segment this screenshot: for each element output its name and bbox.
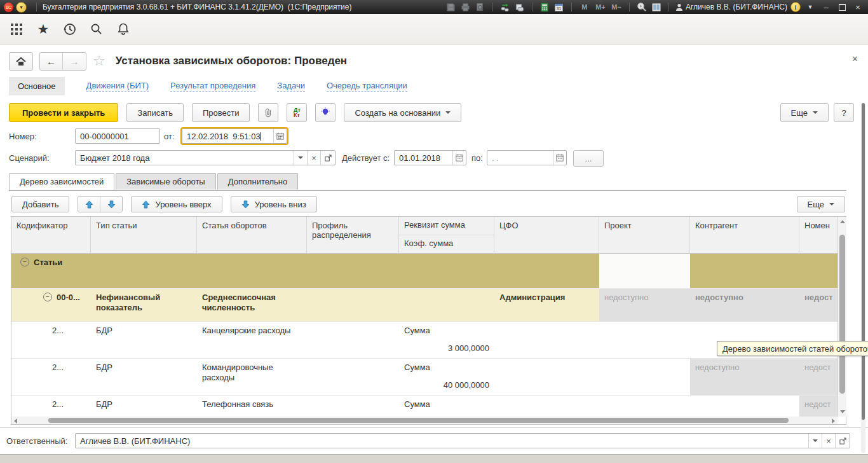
home-button[interactable] <box>9 52 33 71</box>
main-menu-button[interactable]: ▼ <box>16 2 27 13</box>
help-button[interactable]: ? <box>834 103 854 122</box>
scroll-down-icon[interactable] <box>840 410 845 413</box>
nav-link-movements[interactable]: Движения (БИТ) <box>86 81 149 92</box>
scroll-up-icon[interactable] <box>840 220 845 223</box>
back-button[interactable]: ← <box>40 53 63 70</box>
table-row-stationery[interactable]: 2... БДР Канцелярские расходы Сумма 3 00… <box>11 322 837 359</box>
valid-from-input[interactable]: 01.01.2018 <box>394 150 466 165</box>
table-row-group-articles[interactable]: − Статьи <box>11 254 837 289</box>
favorite-star-icon[interactable]: ☆ <box>93 53 105 69</box>
collapse-icon[interactable]: − <box>20 258 29 266</box>
favorites-icon[interactable]: ★ <box>36 22 51 37</box>
table-horizontal-scrollbar[interactable] <box>11 417 837 424</box>
print-preview-icon[interactable] <box>475 2 486 12</box>
nav-link-tasks[interactable]: Задачи <box>277 81 305 92</box>
calculator-icon[interactable] <box>539 2 550 12</box>
close-window-button[interactable]: × <box>851 2 864 12</box>
level-up-button[interactable]: Уровень вверх <box>131 196 222 212</box>
notifications-bell-icon[interactable] <box>116 22 131 37</box>
level-down-button[interactable]: Уровень вниз <box>231 196 317 212</box>
document-date-input[interactable]: 12.02.2018 9:51:03 <box>182 128 287 144</box>
minimize-button[interactable]: – <box>820 2 832 12</box>
info-icon[interactable]: i <box>790 2 801 12</box>
more-button[interactable]: Еще <box>780 103 829 122</box>
column-distribution-profile[interactable]: Профиль распределения <box>307 217 399 254</box>
scenario-clear-button[interactable]: × <box>307 151 320 165</box>
responsible-dropdown-button[interactable] <box>808 434 822 448</box>
vertical-scroll-thumb[interactable] <box>839 235 845 394</box>
group-right-cells[interactable] <box>690 254 837 288</box>
group-project-cell[interactable] <box>599 254 690 288</box>
scenario-dropdown-button[interactable] <box>294 151 307 165</box>
add-link-icon[interactable] <box>499 2 511 12</box>
scroll-right-icon[interactable] <box>832 418 835 424</box>
zoom-icon[interactable] <box>636 2 648 12</box>
print-icon[interactable] <box>460 2 471 12</box>
form-scrollbar[interactable] <box>861 103 865 453</box>
nav-tab-main[interactable]: Основное <box>9 77 65 95</box>
column-sum-attribute[interactable]: Реквизит сумма <box>399 217 494 235</box>
add-button[interactable]: Добавить <box>11 196 69 212</box>
responsible-combo[interactable]: Агличев В.В. (БИТ.ФИНАНС) × <box>75 433 850 448</box>
write-button[interactable]: Записать <box>126 103 184 122</box>
number-input[interactable]: 00-00000001 <box>75 128 160 144</box>
scenario-value: Бюджет 2018 года <box>76 151 294 165</box>
table-vertical-scrollbar[interactable] <box>837 217 846 417</box>
nav-link-translation-queue[interactable]: Очередь трансляции <box>327 81 407 92</box>
column-codifier[interactable]: Кодификатор <box>11 217 91 254</box>
paperclip-icon <box>264 107 273 118</box>
titlebar-chevron-icon[interactable]: ▼ <box>804 2 817 12</box>
calendar-icon[interactable]: 31 <box>553 2 565 12</box>
post-button[interactable]: Провести <box>192 103 250 122</box>
create-based-on-button[interactable]: Создать на основании <box>344 103 461 122</box>
post-and-close-button[interactable]: Провести и закрыть <box>9 103 118 122</box>
calendar-picker-button[interactable] <box>452 151 466 165</box>
forward-button[interactable]: → <box>63 53 86 70</box>
maximize-button[interactable] <box>836 2 848 12</box>
horizontal-scroll-thumb[interactable] <box>48 418 789 423</box>
collapse-icon[interactable]: − <box>43 293 52 301</box>
tab-dependent-turnovers[interactable]: Зависимые обороты <box>116 173 216 190</box>
table-row-indicator[interactable]: − 00-0... Нефинансовый показатель Средне… <box>11 289 837 322</box>
tab-dependency-tree[interactable]: Дерево зависимостей <box>9 173 114 190</box>
tree-more-button[interactable]: Еще <box>797 196 845 212</box>
column-contractor[interactable]: Контрагент <box>690 217 799 254</box>
nav-link-post-result[interactable]: Результат проведения <box>170 81 255 92</box>
responsible-clear-button[interactable]: × <box>822 434 835 448</box>
calendar-picker-button[interactable] <box>273 129 287 143</box>
search-icon[interactable] <box>89 22 104 37</box>
memory-m-minus-icon[interactable]: M− <box>610 3 623 11</box>
table-row-travel[interactable]: 2... БДР Командировочные расходы Сумма 4… <box>11 359 837 396</box>
scroll-left-icon[interactable] <box>14 418 17 424</box>
svg-text:31: 31 <box>557 6 562 11</box>
explain-button[interactable] <box>315 103 336 122</box>
responsible-open-button[interactable] <box>835 434 850 448</box>
scenario-combo[interactable]: Бюджет 2018 года × <box>75 150 336 165</box>
valid-to-input[interactable]: . . <box>487 150 567 165</box>
history-icon[interactable] <box>62 22 78 37</box>
column-cfo[interactable]: ЦФО <box>494 217 599 254</box>
column-project[interactable]: Проект <box>599 217 690 254</box>
services-menu-icon[interactable] <box>9 22 24 37</box>
column-turnover-article[interactable]: Статья оборотов <box>197 217 307 254</box>
save-icon[interactable] <box>445 2 457 12</box>
tab-additional[interactable]: Дополнительно <box>217 173 299 190</box>
table-row-telephony[interactable]: 2... БДР Телефонная связь Сумма недост <box>11 396 837 417</box>
form-scroll-thumb[interactable] <box>862 103 865 420</box>
move-down-button[interactable] <box>100 197 122 212</box>
scenario-open-button[interactable] <box>320 151 335 165</box>
current-user[interactable]: Агличев В.В. (БИТ.ФИНАНС) <box>675 3 787 11</box>
column-article-type[interactable]: Тип статьи <box>91 217 197 254</box>
close-form-icon[interactable]: × <box>852 55 858 64</box>
memory-m-plus-icon[interactable]: M+ <box>594 3 607 11</box>
split-view-icon[interactable] <box>651 2 662 12</box>
period-ellipsis-button[interactable]: ... <box>573 150 604 167</box>
links-icon[interactable] <box>514 2 526 12</box>
move-up-button[interactable] <box>78 197 100 212</box>
attach-button[interactable] <box>258 103 278 122</box>
postings-dtkt-button[interactable]: ДтКт <box>287 103 307 122</box>
calendar-picker-button[interactable] <box>553 151 566 165</box>
column-nomenclature[interactable]: Номен <box>799 217 837 254</box>
memory-m-icon[interactable]: M <box>578 3 591 11</box>
column-sum-coef[interactable]: Коэф. сумма <box>399 235 494 253</box>
